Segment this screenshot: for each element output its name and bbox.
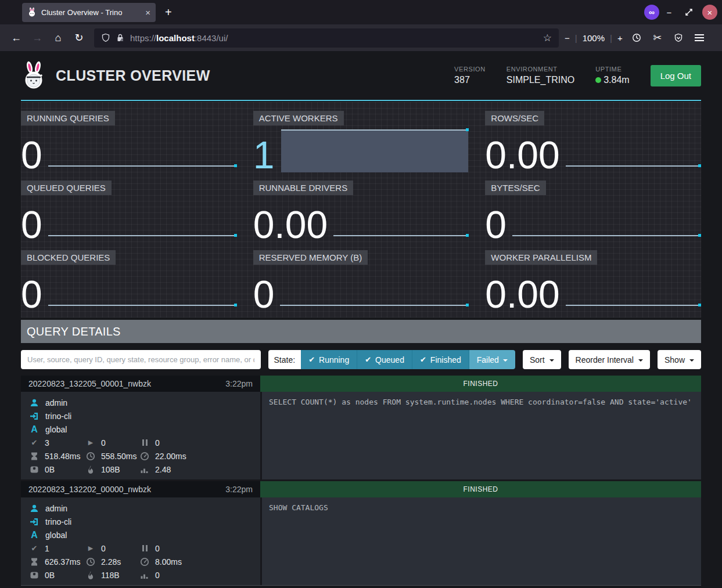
query-row: 20220823_132205_00001_nwbzk 3:22pm FINIS… <box>21 376 701 479</box>
parallelism: 2.48 <box>155 465 171 474</box>
menu-button[interactable] <box>690 28 709 47</box>
private-browsing-icon: ∞ <box>644 5 659 20</box>
cpu-time: 22.00ms <box>155 452 186 461</box>
separator: | <box>575 33 577 43</box>
zoom-out-button[interactable]: − <box>565 33 570 43</box>
stat-rows-sec: ROWS/SEC 0.00 <box>485 111 701 173</box>
version-label: VERSION <box>454 66 486 73</box>
new-tab-button[interactable]: + <box>165 6 172 19</box>
home-button[interactable]: ⌂ <box>49 28 67 47</box>
url-path: :8443/ui/ <box>195 33 228 43</box>
sparkline <box>333 235 468 236</box>
source-icon <box>30 517 39 526</box>
query-header: 20220823_132205_00001_nwbzk 3:22pm <box>21 376 260 392</box>
user-icon <box>30 398 39 407</box>
url-bar[interactable]: https://localhost:8443/ui/ ☆ <box>94 28 559 48</box>
stat-bytes-sec: BYTES/SEC 0 <box>485 181 701 243</box>
current-memory-icon <box>30 465 39 474</box>
tab-close-icon[interactable]: × <box>145 8 150 17</box>
protections-badge-button[interactable] <box>669 28 688 47</box>
running-splits: 0 <box>101 544 106 553</box>
query-source: trino-cli <box>45 412 71 421</box>
filter-queued-button[interactable]: ✔ Queued <box>357 350 412 369</box>
cluster-stats: RUNNING QUERIES 0 ACTIVE WORKERS 1 ROWS/… <box>21 102 701 318</box>
query-user: admin <box>45 504 67 513</box>
uptime-value: 3.84m <box>595 75 629 85</box>
maximize-button[interactable] <box>679 8 699 17</box>
reorder-interval-dropdown[interactable]: Reorder Interval <box>569 350 650 369</box>
query-search-input[interactable] <box>21 350 261 369</box>
history-clock-icon <box>632 33 641 42</box>
query-header: 20220823_132202_00000_nwbzk 3:22pm <box>21 481 260 497</box>
cumulative-memory-icon <box>86 571 95 580</box>
back-button[interactable]: ← <box>7 28 26 47</box>
stat-label: WORKER PARALLELISM <box>485 250 597 265</box>
sort-dropdown[interactable]: Sort <box>523 350 561 369</box>
url-text[interactable]: https://localhost:8443/ui/ <box>130 33 538 43</box>
history-button[interactable] <box>627 28 646 47</box>
current-memory: 0B <box>45 465 55 474</box>
filter-finished-button[interactable]: ✔ Finished <box>412 350 469 369</box>
minimize-button[interactable]: − <box>659 8 679 17</box>
cumulative-memory: 118B <box>101 571 120 580</box>
running-splits: 0 <box>101 438 106 448</box>
current-memory-icon <box>30 571 39 580</box>
zoom-in-button[interactable]: + <box>617 33 623 43</box>
query-time: 3:22pm <box>225 379 253 388</box>
stat-value: 0 <box>253 277 275 312</box>
sparkline <box>48 165 236 167</box>
stat-label: RESERVED MEMORY (B) <box>253 250 368 265</box>
elapsed-time-icon <box>86 452 95 461</box>
bookmark-star-icon[interactable]: ☆ <box>543 32 552 44</box>
show-dropdown[interactable]: Show <box>658 350 701 369</box>
reload-button[interactable]: ↻ <box>70 28 88 47</box>
sparkline <box>280 305 468 306</box>
browser-tab[interactable]: Cluster Overview - Trino × <box>22 3 156 22</box>
maximize-icon <box>684 8 694 17</box>
close-window-button[interactable]: × <box>702 5 717 20</box>
wall-time: 518.48ms <box>45 452 80 461</box>
stat-blocked-queries: BLOCKED QUERIES 0 <box>21 250 237 312</box>
stat-reserved-memory: RESERVED MEMORY (B) 0 <box>253 250 469 312</box>
stat-value: 0 <box>21 207 42 243</box>
wall-time-icon <box>30 557 39 567</box>
state-filter-group: State: ✔ Running ✔ Queued ✔ Finished Fai… <box>268 350 515 369</box>
chevron-down-icon <box>503 359 508 362</box>
lock-warning-icon[interactable] <box>116 33 125 42</box>
stat-worker-parallelism: WORKER PARALLELISM 0.00 <box>485 250 701 312</box>
parallelism: 0 <box>155 571 160 580</box>
state-filter-label: State: <box>268 350 301 369</box>
stat-running-queries: RUNNING QUERIES 0 <box>21 111 237 173</box>
uptime-label: UPTIME <box>595 66 629 73</box>
query-time: 3:22pm <box>225 485 253 494</box>
stat-value: 0.00 <box>485 277 559 312</box>
forward-button[interactable]: → <box>28 28 46 47</box>
stat-label: BYTES/SEC <box>485 181 545 195</box>
stat-value: 0 <box>485 207 507 243</box>
stat-value: 0.00 <box>253 207 328 243</box>
sparkline <box>512 235 701 236</box>
query-details-header: QUERY DETAILS <box>21 320 701 343</box>
elapsed-time: 558.50ms <box>101 452 137 461</box>
stat-label: RUNNABLE DRIVERS <box>253 181 354 195</box>
query-user: admin <box>45 398 67 407</box>
wall-time-icon <box>30 452 39 461</box>
logout-button[interactable]: Log Out <box>651 65 701 86</box>
query-source: trino-cli <box>45 517 71 526</box>
zoom-controls: − | 100% | + <box>565 33 623 43</box>
elapsed-time-icon <box>86 557 95 567</box>
queued-splits-icon <box>140 439 149 446</box>
completed-splits-icon: ✔ <box>30 544 39 553</box>
filter-failed-dropdown[interactable]: Failed <box>469 350 515 369</box>
filter-running-button[interactable]: ✔ Running <box>301 350 357 369</box>
zoom-level[interactable]: 100% <box>583 33 605 43</box>
parallelism-icon <box>140 571 149 580</box>
query-id-link[interactable]: 20220823_132202_00000_nwbzk <box>28 485 225 494</box>
screenshot-button[interactable]: ✂ <box>648 28 667 47</box>
query-id-link[interactable]: 20220823_132205_00001_nwbzk <box>28 379 225 388</box>
queued-splits: 0 <box>155 438 160 448</box>
sparkline <box>566 165 701 167</box>
query-sql-text: SHOW CATALOGS <box>260 497 701 585</box>
browser-toolbar: ← → ⌂ ↻ https://localhost:8443/ui/ ☆ − |… <box>0 24 722 51</box>
tracking-shield-icon[interactable] <box>101 33 110 42</box>
